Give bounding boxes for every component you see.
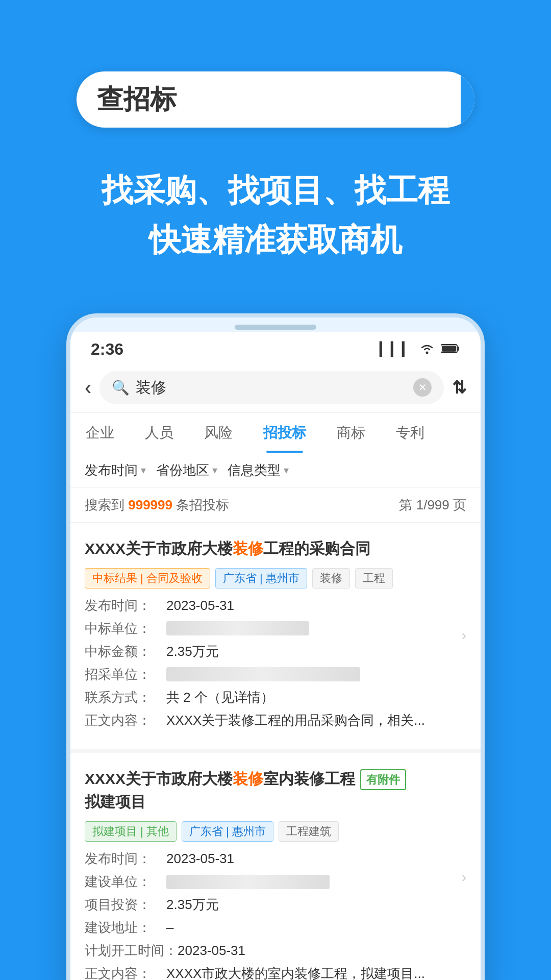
- tag-keyword-1: 装修: [312, 568, 350, 589]
- card-2-arrow: ›: [462, 869, 466, 886]
- search-bar-wrapper: 查一下: [77, 71, 474, 128]
- card-1-title: XXXX关于市政府大楼装修工程的采购合同: [85, 537, 466, 560]
- signal-icon: ▎▎▎: [380, 341, 413, 357]
- card-1-amount: 中标金额： 2.35万元: [85, 643, 466, 660]
- card-1-arrow: ›: [462, 627, 466, 644]
- attachment-badge: 有附件: [360, 769, 406, 790]
- card-2-content: 正文内容： XXXX市政大楼的室内装修工程，拟建项目...: [85, 965, 466, 980]
- phone-search-text: 装修: [136, 377, 407, 398]
- tag-keyword-2: 工程: [355, 568, 393, 589]
- result-count-text: 搜索到 999999 条招投标: [85, 496, 229, 514]
- search-input[interactable]: [77, 71, 461, 128]
- phone-status-icons: ▎▎▎: [380, 341, 460, 357]
- svg-rect-2: [457, 347, 459, 351]
- card-2-title: XXXX关于市政府大楼装修室内装修工程有附件 拟建项目: [85, 767, 466, 814]
- battery-icon: [441, 341, 460, 357]
- filter-publish-time[interactable]: 发布时间 ▾: [85, 461, 146, 479]
- tab-企业[interactable]: 企业: [70, 413, 130, 453]
- phone-search-clear-icon[interactable]: ✕: [413, 378, 432, 397]
- phone-result-count: 搜索到 999999 条招投标 第 1/999 页: [70, 488, 481, 523]
- result-card-1[interactable]: XXXX关于市政府大楼装修工程的采购合同 中标结果 | 合同及验收 广东省 | …: [70, 523, 481, 753]
- phone-notch: [70, 317, 481, 332]
- card-2-tags: 拟建项目 | 其他 广东省 | 惠州市 工程建筑: [85, 821, 466, 842]
- phone-content: ‹ 🔍 装修 ✕ ⇅ 企业 人员 风险 招投标 商标 专利 发布: [70, 363, 481, 980]
- card-2-publish-date: 发布时间： 2023-05-31: [85, 850, 466, 868]
- blurred-purchaser: [166, 667, 360, 681]
- card-1-content: 正文内容： XXXX关于装修工程的用品采购合同，相关...: [85, 712, 466, 729]
- tagline-line1: 找采购、找项目、找工程: [31, 168, 520, 213]
- card-1-contact: 联系方式： 共 2 个（见详情）: [85, 689, 466, 706]
- phone-tabs: 企业 人员 风险 招投标 商标 专利: [70, 413, 481, 453]
- tab-风险[interactable]: 风险: [189, 413, 248, 453]
- phone-search-icon: 🔍: [112, 379, 130, 396]
- blurred-winner: [166, 621, 309, 635]
- tab-专利[interactable]: 专利: [381, 413, 440, 453]
- phone-filter-icon[interactable]: ⇅: [452, 377, 466, 398]
- tagline-line2: 快速精准获取商机: [31, 218, 520, 262]
- phone-section: 2:36 ▎▎▎ ‹ 🔍 装修 ✕ ⇅: [0, 293, 551, 980]
- search-bar-section: 查一下: [0, 0, 551, 158]
- tag-result-type: 中标结果 | 合同及验收: [85, 568, 210, 589]
- card-1-winner: 中标单位：: [85, 620, 466, 638]
- phone-time: 2:36: [91, 340, 123, 359]
- card-2-builder: 建设单位：: [85, 873, 466, 891]
- svg-rect-3: [442, 346, 456, 352]
- chevron-down-icon: ▾: [141, 464, 146, 476]
- filter-province[interactable]: 省份地区 ▾: [156, 461, 217, 479]
- phone-search-bar: ‹ 🔍 装修 ✕ ⇅: [70, 363, 481, 413]
- tag-region: 广东省 | 惠州市: [215, 568, 307, 589]
- tag-region: 广东省 | 惠州市: [182, 821, 273, 842]
- phone-notch-bar: [235, 325, 316, 330]
- result-page-info: 第 1/999 页: [399, 496, 466, 514]
- back-button[interactable]: ‹: [85, 376, 91, 399]
- phone-status-bar: 2:36 ▎▎▎: [70, 332, 481, 363]
- card-2-start-time: 计划开工时间： 2023-05-31: [85, 942, 466, 960]
- card-1-tags: 中标结果 | 合同及验收 广东省 | 惠州市 装修 工程: [85, 568, 466, 589]
- chevron-down-icon: ▾: [212, 464, 217, 476]
- chevron-down-icon: ▾: [284, 464, 289, 476]
- result-card-2[interactable]: XXXX关于市政府大楼装修室内装修工程有附件 拟建项目 拟建项目 | 其他 广东…: [70, 753, 481, 980]
- phone-search-input-wrapper[interactable]: 🔍 装修 ✕: [99, 371, 444, 404]
- phone-mockup: 2:36 ▎▎▎ ‹ 🔍 装修 ✕ ⇅: [66, 313, 485, 980]
- card-1-purchaser: 招采单位：: [85, 666, 466, 683]
- tag-category: 工程建筑: [279, 821, 339, 842]
- tab-招投标[interactable]: 招投标: [248, 413, 321, 453]
- tag-project-type: 拟建项目 | 其他: [85, 821, 177, 842]
- tab-人员[interactable]: 人员: [130, 413, 189, 453]
- card-2-investment: 项目投资： 2.35万元: [85, 896, 466, 914]
- card-2-address: 建设地址： –: [85, 919, 466, 937]
- wifi-icon: [419, 341, 435, 357]
- tagline-section: 找采购、找项目、找工程 快速精准获取商机: [0, 158, 551, 293]
- card-1-publish-date: 发布时间： 2023-05-31: [85, 597, 466, 615]
- svg-point-0: [426, 351, 429, 354]
- search-button[interactable]: 查一下: [461, 71, 474, 128]
- tab-商标[interactable]: 商标: [321, 413, 381, 453]
- blurred-builder: [166, 875, 330, 889]
- filter-info-type[interactable]: 信息类型 ▾: [228, 461, 289, 479]
- phone-filter-row: 发布时间 ▾ 省份地区 ▾ 信息类型 ▾: [70, 453, 481, 488]
